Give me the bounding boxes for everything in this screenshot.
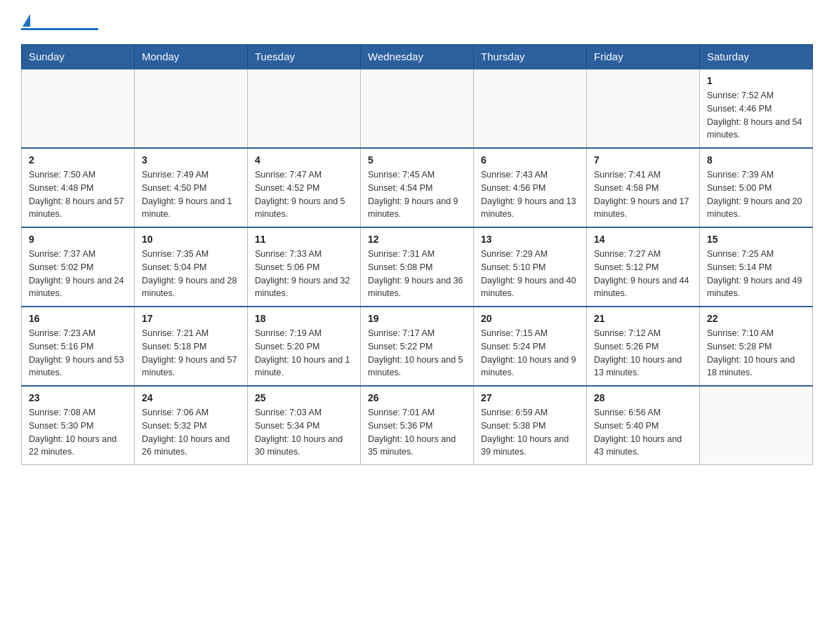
calendar-cell: 16Sunrise: 7:23 AMSunset: 5:16 PMDayligh… [22,307,135,386]
day-number: 15 [707,234,805,245]
calendar-cell [135,69,248,148]
day-number: 18 [255,313,353,324]
day-number: 20 [481,313,579,324]
day-info: Sunrise: 7:35 AMSunset: 5:04 PMDaylight:… [142,248,240,300]
calendar-cell: 27Sunrise: 6:59 AMSunset: 5:38 PMDayligh… [474,386,587,465]
calendar-cell: 14Sunrise: 7:27 AMSunset: 5:12 PMDayligh… [587,227,700,307]
day-number: 24 [142,392,240,403]
day-number: 2 [29,154,127,166]
calendar-cell [22,69,135,148]
day-info: Sunrise: 7:41 AMSunset: 4:58 PMDaylight:… [594,168,692,221]
day-info: Sunrise: 7:15 AMSunset: 5:24 PMDaylight:… [481,327,579,380]
calendar-cell: 17Sunrise: 7:21 AMSunset: 5:18 PMDayligh… [135,307,248,386]
day-info: Sunrise: 7:31 AMSunset: 5:08 PMDaylight:… [368,248,466,300]
day-info: Sunrise: 7:39 AMSunset: 5:00 PMDaylight:… [707,168,805,221]
day-info: Sunrise: 7:10 AMSunset: 5:28 PMDaylight:… [707,327,805,380]
calendar-cell: 11Sunrise: 7:33 AMSunset: 5:06 PMDayligh… [248,227,361,307]
calendar-cell: 26Sunrise: 7:01 AMSunset: 5:36 PMDayligh… [361,386,474,465]
week-row: 23Sunrise: 7:08 AMSunset: 5:30 PMDayligh… [22,386,813,465]
day-number: 1 [707,75,805,86]
calendar-cell: 22Sunrise: 7:10 AMSunset: 5:28 PMDayligh… [700,307,813,386]
day-of-week-header: Saturday [700,45,813,69]
day-of-week-header: Tuesday [248,45,361,69]
day-number: 21 [594,313,692,324]
day-info: Sunrise: 7:12 AMSunset: 5:26 PMDaylight:… [594,327,692,380]
day-number: 14 [594,234,692,245]
day-info: Sunrise: 7:52 AMSunset: 4:46 PMDaylight:… [707,89,805,142]
week-row: 2Sunrise: 7:50 AMSunset: 4:48 PMDaylight… [22,148,813,227]
day-info: Sunrise: 7:37 AMSunset: 5:02 PMDaylight:… [29,248,127,300]
calendar-cell: 9Sunrise: 7:37 AMSunset: 5:02 PMDaylight… [22,227,135,307]
day-of-week-header: Thursday [474,45,587,69]
day-info: Sunrise: 7:43 AMSunset: 4:56 PMDaylight:… [481,168,579,221]
day-number: 4 [255,154,353,166]
day-number: 28 [594,392,692,403]
day-info: Sunrise: 7:33 AMSunset: 5:06 PMDaylight:… [255,248,353,300]
calendar-cell [248,69,361,148]
day-of-week-header: Monday [135,45,248,69]
day-number: 10 [142,234,240,245]
page-header [21,14,813,30]
day-number: 25 [255,392,353,403]
calendar-cell: 28Sunrise: 6:56 AMSunset: 5:40 PMDayligh… [587,386,700,465]
day-info: Sunrise: 7:29 AMSunset: 5:10 PMDaylight:… [481,248,579,300]
day-info: Sunrise: 7:19 AMSunset: 5:20 PMDaylight:… [255,327,353,380]
day-number: 8 [707,154,805,166]
calendar-cell [587,69,700,148]
calendar-cell: 3Sunrise: 7:49 AMSunset: 4:50 PMDaylight… [135,148,248,227]
day-info: Sunrise: 7:03 AMSunset: 5:34 PMDaylight:… [255,406,353,459]
calendar-cell: 13Sunrise: 7:29 AMSunset: 5:10 PMDayligh… [474,227,587,307]
calendar-cell: 20Sunrise: 7:15 AMSunset: 5:24 PMDayligh… [474,307,587,386]
day-number: 16 [29,313,127,324]
week-row: 1Sunrise: 7:52 AMSunset: 4:46 PMDaylight… [22,69,813,148]
day-number: 23 [29,392,127,403]
calendar-cell: 1Sunrise: 7:52 AMSunset: 4:46 PMDaylight… [700,69,813,148]
day-info: Sunrise: 7:25 AMSunset: 5:14 PMDaylight:… [707,248,805,300]
day-info: Sunrise: 7:47 AMSunset: 4:52 PMDaylight:… [255,168,353,221]
day-of-week-header: Wednesday [361,45,474,69]
day-info: Sunrise: 7:50 AMSunset: 4:48 PMDaylight:… [29,168,127,221]
day-of-week-header: Friday [587,45,700,69]
calendar-cell: 2Sunrise: 7:50 AMSunset: 4:48 PMDaylight… [22,148,135,227]
day-info: Sunrise: 6:59 AMSunset: 5:38 PMDaylight:… [481,406,579,459]
day-number: 26 [368,392,466,403]
calendar-cell: 23Sunrise: 7:08 AMSunset: 5:30 PMDayligh… [22,386,135,465]
calendar-cell: 19Sunrise: 7:17 AMSunset: 5:22 PMDayligh… [361,307,474,386]
calendar-cell: 10Sunrise: 7:35 AMSunset: 5:04 PMDayligh… [135,227,248,307]
calendar-cell: 18Sunrise: 7:19 AMSunset: 5:20 PMDayligh… [248,307,361,386]
calendar-table: SundayMondayTuesdayWednesdayThursdayFrid… [21,44,813,465]
day-info: Sunrise: 7:27 AMSunset: 5:12 PMDaylight:… [594,248,692,300]
days-header-row: SundayMondayTuesdayWednesdayThursdayFrid… [22,45,813,69]
calendar-cell: 8Sunrise: 7:39 AMSunset: 5:00 PMDaylight… [700,148,813,227]
calendar-cell [474,69,587,148]
calendar-cell: 25Sunrise: 7:03 AMSunset: 5:34 PMDayligh… [248,386,361,465]
calendar-cell: 12Sunrise: 7:31 AMSunset: 5:08 PMDayligh… [361,227,474,307]
calendar-cell: 24Sunrise: 7:06 AMSunset: 5:32 PMDayligh… [135,386,248,465]
day-number: 6 [481,154,579,166]
day-number: 3 [142,154,240,166]
week-row: 16Sunrise: 7:23 AMSunset: 5:16 PMDayligh… [22,307,813,386]
day-info: Sunrise: 7:45 AMSunset: 4:54 PMDaylight:… [368,168,466,221]
day-info: Sunrise: 7:21 AMSunset: 5:18 PMDaylight:… [142,327,240,380]
day-number: 7 [594,154,692,166]
day-info: Sunrise: 7:01 AMSunset: 5:36 PMDaylight:… [368,406,466,459]
calendar-cell: 15Sunrise: 7:25 AMSunset: 5:14 PMDayligh… [700,227,813,307]
day-info: Sunrise: 7:17 AMSunset: 5:22 PMDaylight:… [368,327,466,380]
day-info: Sunrise: 7:08 AMSunset: 5:30 PMDaylight:… [29,406,127,459]
calendar-cell: 4Sunrise: 7:47 AMSunset: 4:52 PMDaylight… [248,148,361,227]
day-info: Sunrise: 7:23 AMSunset: 5:16 PMDaylight:… [29,327,127,380]
week-row: 9Sunrise: 7:37 AMSunset: 5:02 PMDaylight… [22,227,813,307]
calendar-cell: 6Sunrise: 7:43 AMSunset: 4:56 PMDaylight… [474,148,587,227]
calendar-cell: 5Sunrise: 7:45 AMSunset: 4:54 PMDaylight… [361,148,474,227]
calendar-cell [361,69,474,148]
day-number: 27 [481,392,579,403]
day-number: 17 [142,313,240,324]
day-info: Sunrise: 7:06 AMSunset: 5:32 PMDaylight:… [142,406,240,459]
day-number: 13 [481,234,579,245]
calendar-cell: 7Sunrise: 7:41 AMSunset: 4:58 PMDaylight… [587,148,700,227]
day-number: 9 [29,234,127,245]
day-number: 11 [255,234,353,245]
day-info: Sunrise: 6:56 AMSunset: 5:40 PMDaylight:… [594,406,692,459]
calendar-cell: 21Sunrise: 7:12 AMSunset: 5:26 PMDayligh… [587,307,700,386]
day-of-week-header: Sunday [22,45,135,69]
